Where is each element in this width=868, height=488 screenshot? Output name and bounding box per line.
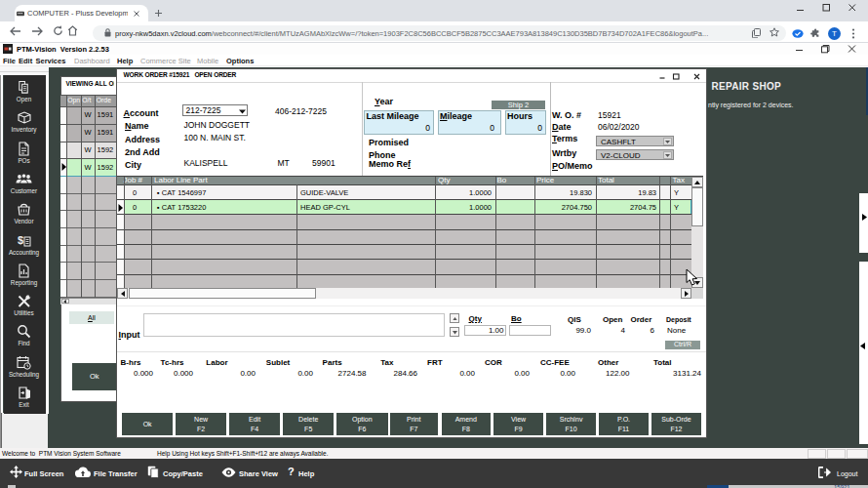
svg-text:$: $ [18, 234, 23, 246]
